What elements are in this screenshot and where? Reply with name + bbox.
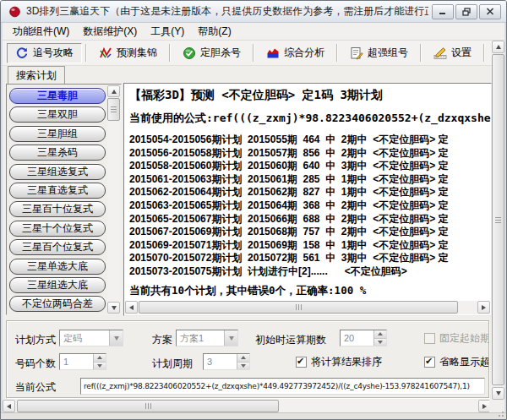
notepad-pencil-icon — [350, 46, 363, 60]
plan-row: 2015056-2015058期计划 2015057期 856 中 2期中 <不… — [129, 147, 449, 161]
minimize-icon — [439, 8, 447, 15]
sidebar-scroll-up-button[interactable] — [107, 85, 120, 97]
green-check-ball-icon — [183, 46, 196, 60]
restore-button[interactable] — [455, 4, 477, 19]
omit-long-checkbox[interactable] — [424, 357, 435, 368]
toolbar-forecast-button[interactable]: 预测集锦 — [90, 43, 166, 63]
resize-grip-icon[interactable] — [496, 409, 504, 417]
spinner-buttons[interactable] — [373, 330, 386, 346]
dropdown-button[interactable] — [224, 330, 237, 346]
dropdown-button[interactable] — [109, 330, 123, 346]
scheme-value: 方案1 — [177, 332, 224, 345]
sidebar-plan-button[interactable]: 不定位两码合差 — [9, 296, 106, 312]
sidebar-scrollbar[interactable] — [107, 85, 120, 314]
toolbar-chase-number-button[interactable]: 追号攻略 — [7, 43, 82, 63]
report-title: 【福彩3D】预测 <不定位胆码> 定1码 3期计划 — [129, 88, 383, 103]
fixed-start-checkbox-row[interactable]: 固定起始期 — [424, 331, 489, 346]
fixed-start-checkbox[interactable] — [424, 333, 435, 344]
number-count-stepper[interactable]: 1 — [59, 353, 106, 370]
toolbar-fix-kill-button[interactable]: 定胆杀号 — [174, 43, 249, 63]
menu-data-maintenance[interactable]: 数据维护(X) — [76, 23, 144, 41]
omit-long-checkbox-row[interactable]: 省略显示超长 — [424, 355, 489, 369]
thumb-grip-icon — [495, 217, 501, 223]
menu-tools[interactable]: 工具(Y) — [144, 23, 191, 41]
scheme-select[interactable]: 方案1 — [176, 330, 238, 346]
window-scroll-up-button[interactable] — [492, 41, 504, 53]
window-title: 3D排列三赢追天下（由于这是未注册版本，只提供历史数据作为参考，需注册后才能进行… — [26, 4, 428, 19]
arrow-left-icon — [129, 305, 134, 310]
chevron-down-icon — [229, 336, 234, 341]
plan-row: 2015054-2015056期计划 2015055期 464 中 2期中 <不… — [129, 134, 449, 147]
plan-mode-select[interactable]: 定码 — [59, 330, 123, 346]
tab-label: 搜索计划 — [16, 68, 57, 83]
minimize-button[interactable] — [432, 4, 454, 19]
menu-function-components[interactable]: 功能组件(W) — [6, 23, 76, 41]
plan-row: 2015067-2015069期计划 2015068期 757 中 2期中 <不… — [129, 226, 449, 239]
sidebar-scroll-thumb[interactable] — [107, 98, 120, 121]
report-horizontal-scrollbar[interactable] — [125, 301, 490, 314]
chevron-down-icon — [114, 336, 119, 341]
current-formula-label: 当前公式 — [15, 380, 56, 395]
spinner-up-icon — [378, 332, 383, 335]
plan-mode-value: 定码 — [60, 332, 109, 345]
sidebar-plan-button[interactable]: 三星单选大底 — [9, 259, 106, 275]
plan-cycle-stepper[interactable]: 3 — [203, 353, 250, 370]
spinner-buttons[interactable] — [237, 354, 249, 369]
toolbar-separator — [169, 44, 171, 62]
sidebar-plan-button[interactable]: 三星百十位复式 — [9, 201, 106, 217]
plan-report-area: 【福彩3D】预测 <不定位胆码> 定1码 3期计划 当前使用的公式:ref(((… — [123, 83, 492, 316]
plan-cycle-label: 计划周期 — [152, 357, 193, 371]
toolbar-button-label: 设置 — [451, 46, 472, 60]
plan-row: 2015070-2015072期计划 2015072期 561 中 3期中 <不… — [129, 252, 449, 265]
toolbar-button-label: 追号攻略 — [33, 46, 74, 60]
report-scroll-thumb[interactable] — [139, 301, 458, 314]
close-button[interactable] — [479, 4, 501, 19]
tab-search-plan[interactable]: 搜索计划 — [8, 66, 65, 84]
toolbar-settings-button[interactable]: 设置 — [425, 43, 480, 63]
window-scroll-left-button[interactable] — [3, 400, 15, 412]
analysis-chart-icon — [266, 46, 280, 60]
sidebar-plan-button[interactable]: 三星胆组 — [9, 126, 106, 142]
window-vertical-scroll-thumb[interactable] — [492, 54, 504, 385]
sidebar-plan-button[interactable]: 三星双胆 — [9, 106, 106, 123]
spinner-buttons[interactable] — [93, 354, 106, 369]
toolbar-comprehensive-analysis-button[interactable]: 综合分析 — [258, 43, 333, 63]
sort-results-checkbox[interactable] — [296, 357, 307, 368]
plan-row: 2015062-2015064期计划 2015062期 827 中 1期中 <不… — [129, 186, 449, 199]
report-scroll-left-button[interactable] — [125, 301, 138, 314]
sidebar-plan-button[interactable]: 三星百个位复式 — [9, 239, 106, 255]
sidebar-plan-button[interactable]: 三星杀码 — [9, 145, 106, 161]
plan-row: 2015065-2015067期计划 2015066期 688 中 2期中 <不… — [129, 213, 449, 226]
menu-bar: 功能组件(W) 数据维护(X) 工具(Y) 帮助(Z) — [3, 23, 504, 41]
spinner-up-icon — [97, 356, 102, 359]
plan-row: 2015058-2015060期计划 2015060期 640 中 3期中 <不… — [129, 160, 449, 173]
window-scroll-down-button[interactable] — [492, 387, 504, 400]
sidebar-plan-button[interactable]: 三星十个位复式 — [9, 221, 106, 237]
current-formula-input[interactable] — [80, 378, 485, 395]
thumb-grip-icon — [145, 403, 151, 409]
arrow-right-icon — [482, 305, 486, 310]
initial-periods-stepper[interactable]: 20 — [340, 330, 387, 346]
menu-help[interactable]: 帮助(Z) — [191, 23, 237, 41]
chase-refresh-icon — [15, 46, 29, 60]
plan-row: 2015063-2015065期计划 2015064期 368 中 2期中 <不… — [129, 199, 449, 213]
arrow-right-icon — [482, 404, 487, 409]
sidebar-plan-button[interactable]: 三星组选大底 — [9, 277, 106, 293]
sidebar-plan-button[interactable]: 三星毒胆 — [9, 88, 106, 104]
settings-pencil-icon — [433, 46, 447, 60]
report-scroll-right-button[interactable] — [477, 301, 490, 314]
sidebar-plan-button[interactable]: 三星组选复式 — [9, 164, 106, 180]
toolbar-super-group-button[interactable]: 超强组号 — [341, 43, 417, 63]
sidebar-plan-button[interactable]: 三星直选复式 — [9, 183, 106, 199]
plan-mode-label: 计划方式 — [15, 333, 56, 347]
sidebar: 三星毒胆三星双胆三星胆组三星杀码三星组选复式三星直选复式三星百十位复式三星十个位… — [6, 84, 122, 315]
initial-periods-label: 初始时运算期数 — [255, 333, 326, 347]
window-horizontal-scrollbar[interactable] — [3, 400, 491, 413]
sidebar-scroll-down-button[interactable] — [107, 302, 120, 314]
forecast-lines-icon — [99, 46, 112, 60]
window-horizontal-scroll-thumb[interactable] — [17, 400, 279, 412]
window-vertical-scrollbar[interactable] — [492, 41, 504, 400]
sort-results-label: 将计算结果排序 — [311, 355, 382, 369]
sort-results-checkbox-row[interactable]: 将计算结果排序 — [296, 355, 382, 369]
report-summary: 当前共有10个计划，其中错误0个，正确率:100 % — [129, 284, 366, 298]
